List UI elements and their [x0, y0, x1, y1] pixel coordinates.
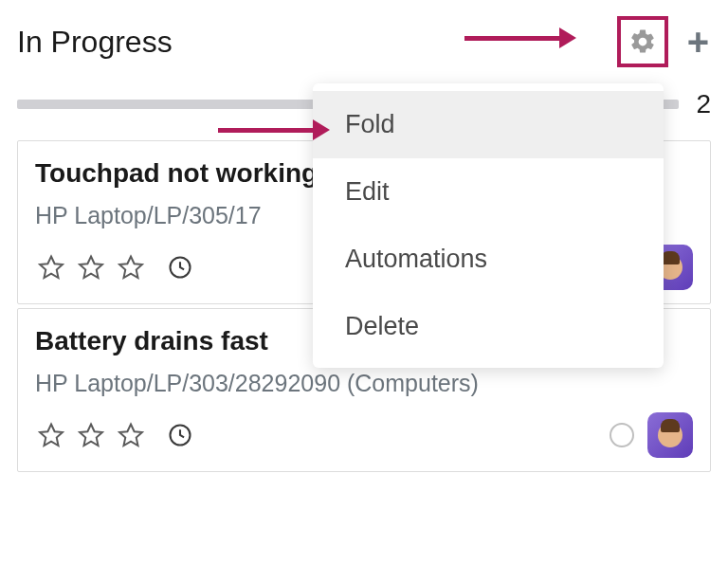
svg-marker-5 — [80, 425, 102, 446]
assignee-avatar[interactable] — [647, 412, 693, 458]
column-settings-menu: Fold Edit Automations Delete — [313, 83, 664, 368]
card-right-icons — [610, 412, 693, 458]
priority-star-3[interactable] — [115, 251, 147, 283]
menu-item-automations[interactable]: Automations — [313, 226, 664, 293]
star-icon — [117, 253, 145, 282]
column-actions: + — [617, 16, 711, 67]
activity-button[interactable] — [164, 251, 196, 283]
priority-star-1[interactable] — [35, 419, 67, 451]
svg-marker-4 — [40, 425, 63, 446]
svg-marker-0 — [40, 257, 63, 279]
annotation-arrow — [218, 119, 330, 140]
star-icon — [37, 421, 65, 449]
svg-marker-1 — [80, 257, 102, 279]
column-title: In Progress — [17, 25, 173, 60]
annotation-arrow — [464, 27, 576, 48]
svg-marker-2 — [119, 257, 142, 279]
priority-star-3[interactable] — [115, 419, 147, 451]
clock-icon — [167, 422, 193, 448]
menu-item-delete[interactable]: Delete — [313, 293, 664, 360]
priority-star-2[interactable] — [75, 419, 107, 451]
card-subtitle: HP Laptop/LP/303/28292090 (Computers) — [35, 370, 693, 397]
kanban-state-indicator[interactable] — [610, 423, 634, 447]
card-count: 2 — [696, 89, 711, 119]
star-icon — [77, 421, 105, 449]
card-left-icons — [35, 419, 196, 451]
menu-item-edit[interactable]: Edit — [313, 158, 664, 226]
card-left-icons — [35, 251, 196, 283]
column-settings-button[interactable] — [617, 16, 668, 67]
kanban-column: In Progress + 2 Touchpad not working HP … — [0, 0, 728, 472]
clock-icon — [167, 254, 193, 281]
gear-icon — [628, 27, 657, 56]
add-card-button[interactable]: + — [685, 23, 711, 61]
star-icon — [117, 421, 145, 449]
svg-marker-6 — [119, 425, 142, 446]
priority-star-2[interactable] — [75, 251, 107, 283]
star-icon — [37, 253, 65, 282]
menu-item-fold[interactable]: Fold — [313, 91, 664, 158]
card-footer — [35, 412, 693, 458]
activity-button[interactable] — [164, 419, 196, 451]
column-header: In Progress + — [17, 13, 711, 70]
priority-star-1[interactable] — [35, 251, 67, 283]
star-icon — [77, 253, 105, 282]
